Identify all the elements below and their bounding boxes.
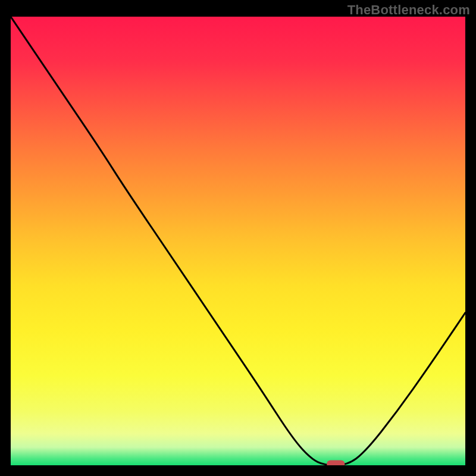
chart-svg [11,17,465,465]
gradient-background [11,17,465,465]
plot-area [11,17,465,465]
watermark-text: TheBottleneck.com [347,2,470,18]
chart-container: TheBottleneck.com [0,0,476,476]
optimal-marker [327,461,345,466]
